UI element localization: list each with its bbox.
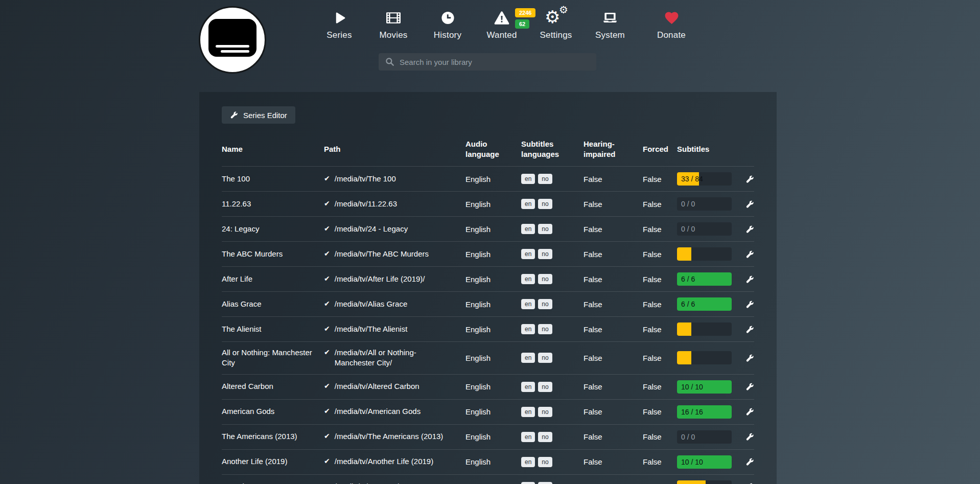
- series-name-link[interactable]: Altered Carbon: [222, 381, 324, 391]
- hearing-impaired-value: False: [584, 325, 643, 334]
- forced-value: False: [643, 407, 677, 416]
- row-actions: [742, 200, 754, 209]
- nav-item-system[interactable]: System: [583, 7, 637, 40]
- wrench-icon[interactable]: [745, 432, 754, 441]
- wrench-icon[interactable]: [745, 457, 754, 466]
- audio-language-value: English: [465, 200, 521, 209]
- table-row: Another Life (2019) ✔ /media/tv/Another …: [222, 449, 754, 474]
- series-name-link[interactable]: The Americans (2013): [222, 431, 324, 442]
- wrench-icon[interactable]: [745, 325, 754, 334]
- series-name-link[interactable]: 24: Legacy: [222, 224, 324, 234]
- search-input[interactable]: [400, 58, 590, 66]
- progress-label: 33 / 84: [681, 172, 703, 186]
- wrench-icon[interactable]: [745, 382, 754, 391]
- row-actions: [742, 250, 754, 259]
- series-name-link[interactable]: The ABC Murders: [222, 249, 324, 259]
- subtitles-progress-cell: 0 / 0: [677, 222, 742, 236]
- progress-label: 6 / 6: [681, 297, 695, 311]
- series-name-link[interactable]: All or Nothing: Manchester City: [222, 348, 324, 368]
- forced-value: False: [643, 275, 677, 284]
- series-path: ✔ /media/tv/24 - Legacy: [324, 224, 465, 234]
- series-name-link[interactable]: Another Life (2019): [222, 456, 324, 467]
- table-row: After Life ✔ /media/tv/After Life (2019)…: [222, 266, 754, 291]
- series-name-link[interactable]: A.P. Bio: [222, 481, 324, 484]
- hearing-impaired-value: False: [584, 354, 643, 362]
- subtitles-progress-bar: [677, 351, 732, 364]
- forced-value: False: [643, 457, 677, 466]
- language-badge: en: [521, 274, 535, 284]
- wrench-icon[interactable]: [745, 354, 754, 362]
- wrench-icon[interactable]: [745, 175, 754, 183]
- wrench-icon[interactable]: [745, 225, 754, 234]
- series-path: ✔ /media/tv/All or Nothing- Manchester C…: [324, 348, 465, 368]
- row-actions: [742, 382, 754, 391]
- subtitles-progress-bar: 33 / 84: [677, 172, 732, 186]
- nav-label: History: [434, 30, 461, 40]
- audio-language-value: English: [465, 175, 521, 183]
- series-name-link[interactable]: 11.22.63: [222, 199, 324, 209]
- col-subtitles: Subtitles: [677, 144, 742, 154]
- series-path-text: /media/tv/The Alienist: [335, 324, 408, 334]
- hearing-impaired-value: False: [584, 457, 643, 466]
- series-name-link[interactable]: American Gods: [222, 406, 324, 417]
- series-path-text: /media/tv/A.P. BIO/: [335, 481, 399, 484]
- nav-item-movies[interactable]: Movies: [366, 7, 421, 40]
- col-hearing-impaired: Hearing-impaired: [584, 139, 643, 159]
- clock-icon: [440, 7, 455, 29]
- check-icon: ✔: [324, 456, 330, 467]
- series-name-link[interactable]: After Life: [222, 274, 324, 284]
- row-actions: [742, 354, 754, 362]
- table-row: 11.22.63 ✔ /media/tv/11.22.63 English en…: [222, 191, 754, 216]
- subtitles-progress-cell: 6 / 6: [677, 272, 742, 286]
- subtitles-progress-cell: 33 / 84: [677, 172, 742, 186]
- hearing-impaired-value: False: [584, 432, 643, 441]
- table-body: The 100 ✔ /media/tv/The 100 English enno…: [222, 166, 754, 484]
- language-badge: no: [538, 482, 552, 484]
- check-icon: ✔: [324, 274, 330, 284]
- row-actions: [742, 175, 754, 183]
- app-logo[interactable]: [199, 6, 266, 74]
- nav-item-history[interactable]: History: [421, 7, 475, 40]
- wrench-icon[interactable]: [745, 407, 754, 416]
- check-icon: ✔: [324, 431, 330, 442]
- subtitles-progress-cell: 0 / 0: [677, 197, 742, 211]
- nav-label: Donate: [657, 30, 686, 40]
- subtitles-progress-bar: 0 / 0: [677, 222, 732, 236]
- forced-value: False: [643, 175, 677, 183]
- series-name-link[interactable]: The Alienist: [222, 324, 324, 334]
- series-name-link[interactable]: Alias Grace: [222, 299, 324, 309]
- col-forced: Forced: [643, 144, 677, 154]
- audio-language-value: English: [465, 354, 521, 362]
- subtitles-languages-badges: enno: [521, 382, 584, 392]
- language-badge: en: [521, 457, 535, 467]
- play-icon: [332, 7, 347, 29]
- language-badge: no: [538, 199, 552, 209]
- series-path: ✔ /media/tv/A.P. BIO/: [324, 481, 465, 484]
- subtitles-languages-badges: enno: [521, 249, 584, 259]
- nav-item-wanted[interactable]: Wanted 2246 62: [475, 7, 529, 40]
- series-editor-label: Series Editor: [243, 111, 287, 120]
- nav-item-settings[interactable]: ⚙⚙ Settings: [529, 7, 583, 40]
- audio-language-value: English: [465, 325, 521, 334]
- series-editor-button[interactable]: Series Editor: [222, 106, 295, 124]
- series-path: ✔ /media/tv/American Gods: [324, 406, 465, 417]
- subtitles-languages-badges: enno: [521, 224, 584, 234]
- progress-fill: [677, 351, 691, 364]
- wrench-icon[interactable]: [745, 200, 754, 209]
- gears-icon: ⚙⚙: [545, 7, 567, 29]
- wrench-icon[interactable]: [745, 300, 754, 309]
- table-row: The Alienist ✔ /media/tv/The Alienist En…: [222, 316, 754, 341]
- nav-item-series[interactable]: Series: [312, 7, 366, 40]
- progress-fill: [677, 247, 691, 261]
- nav-item-donate[interactable]: Donate: [644, 7, 698, 40]
- wrench-icon[interactable]: [745, 275, 754, 284]
- language-badge: en: [521, 482, 535, 484]
- subtitles-progress-cell: 10 / 10: [677, 455, 742, 469]
- check-icon: ✔: [324, 381, 330, 391]
- row-actions: [742, 300, 754, 309]
- series-name-link[interactable]: The 100: [222, 174, 324, 184]
- table-row: The ABC Murders ✔ /media/tv/The ABC Murd…: [222, 241, 754, 266]
- heart-icon: [664, 7, 680, 29]
- wrench-icon[interactable]: [745, 250, 754, 259]
- series-path: ✔ /media/tv/Altered Carbon: [324, 381, 465, 391]
